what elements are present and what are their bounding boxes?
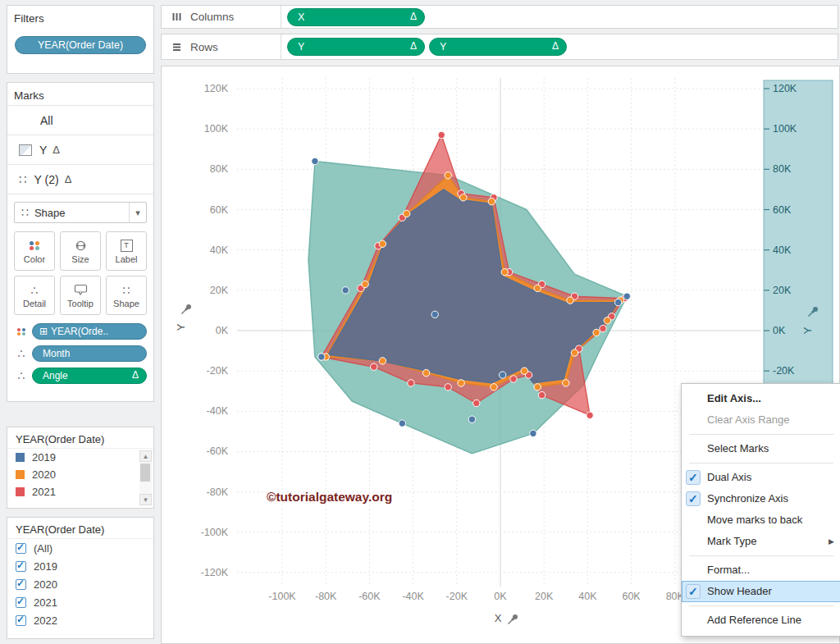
mark-dot[interactable] xyxy=(399,420,405,427)
menu-item-add-reference-line[interactable]: Add Reference Line xyxy=(682,610,840,631)
mark-type-dropdown[interactable]: ∷ Shape ▾ xyxy=(14,202,147,223)
mark-dot[interactable] xyxy=(408,380,414,386)
mark-dot[interactable] xyxy=(538,391,545,398)
mark-dot[interactable] xyxy=(342,287,349,294)
checkbox[interactable]: ✓ xyxy=(16,597,26,608)
mark-dot[interactable] xyxy=(534,384,541,391)
chevron-down-icon[interactable]: ▾ xyxy=(129,203,146,222)
marks-card-y-2[interactable]: ∷Y (2)Δ xyxy=(7,165,153,194)
mark-dot[interactable] xyxy=(460,194,467,201)
mark-dot[interactable] xyxy=(371,363,377,370)
mark-dot[interactable] xyxy=(422,369,429,376)
mark-dot[interactable] xyxy=(362,281,368,287)
tooltip-button[interactable]: Tooltip xyxy=(60,276,101,315)
filters-year-pill[interactable]: YEAR(Order Date) xyxy=(15,36,146,54)
menu-item-select-marks[interactable]: Select Marks xyxy=(682,438,840,459)
y-axis-tick-label: 120K xyxy=(204,83,229,94)
filter-item-2021[interactable]: ✓2021 xyxy=(7,593,153,611)
menu-item-dual-axis[interactable]: ✓Dual Axis xyxy=(682,467,840,488)
x-axis-title[interactable]: X xyxy=(495,612,502,624)
x-axis-pin-icon[interactable] xyxy=(509,614,518,624)
rows-pill-y-0[interactable]: YΔ xyxy=(287,38,425,56)
pill-month[interactable]: Month xyxy=(32,345,147,362)
menu-item-label: Clear Axis Range xyxy=(707,413,789,426)
mark-dot[interactable] xyxy=(379,240,386,247)
mark-dot[interactable] xyxy=(530,430,536,436)
right-axis-title[interactable]: Y xyxy=(801,327,814,334)
mark-dot[interactable] xyxy=(403,210,409,217)
x-axis-tick-label: 20K xyxy=(535,591,554,602)
mark-dot[interactable] xyxy=(312,158,318,164)
scroll-up-button[interactable]: ▲ xyxy=(139,450,152,462)
mark-dot[interactable] xyxy=(614,299,621,305)
marks-card-y[interactable]: YΔ xyxy=(7,135,153,165)
label-button[interactable]: TLabel xyxy=(106,231,147,271)
scroll-track[interactable] xyxy=(139,462,152,494)
y-axis-pin-icon[interactable] xyxy=(182,304,192,314)
pill-year-orde[interactable]: ⊞YEAR(Orde.. xyxy=(32,323,147,340)
mark-dot[interactable] xyxy=(473,400,480,406)
y-axis-title[interactable]: Y xyxy=(175,323,187,331)
mark-dot[interactable] xyxy=(604,317,610,324)
legend-item-2019[interactable]: 2019 xyxy=(7,449,153,466)
mark-dot[interactable] xyxy=(431,311,438,317)
filter-item-2022[interactable]: ✓2022 xyxy=(7,611,153,629)
menu-item-synchronize-axis[interactable]: ✓Synchronize Axis xyxy=(682,488,840,509)
size-button[interactable]: Size xyxy=(60,231,101,271)
mark-dot[interactable] xyxy=(623,293,630,299)
mark-dot[interactable] xyxy=(499,372,505,378)
checkbox[interactable]: ✓ xyxy=(16,615,26,626)
mark-dot[interactable] xyxy=(438,131,445,138)
filter-item-all[interactable]: ✓(All) xyxy=(7,539,153,557)
columns-shelf[interactable]: XΔ xyxy=(281,6,838,28)
columns-pill-x-0[interactable]: XΔ xyxy=(287,8,425,26)
mark-dot[interactable] xyxy=(587,412,593,418)
mark-dot[interactable] xyxy=(458,380,464,386)
mark-dot[interactable] xyxy=(567,297,573,304)
legend-item-2020[interactable]: 2020 xyxy=(7,466,153,483)
checkbox[interactable]: ✓ xyxy=(16,579,26,590)
menu-item-show-header[interactable]: ✓Show Header xyxy=(682,581,840,602)
marks-card-all[interactable]: All xyxy=(7,105,153,135)
mark-dot[interactable] xyxy=(491,384,497,391)
menu-item-format[interactable]: Format... xyxy=(682,560,840,581)
filter-item-2019[interactable]: ✓2019 xyxy=(7,557,153,575)
menu-item-mark-type[interactable]: Mark Type▶ xyxy=(682,531,840,552)
color-button[interactable]: Color xyxy=(14,231,55,271)
mark-dot[interactable] xyxy=(593,329,600,336)
legend-swatch xyxy=(16,453,25,462)
scroll-thumb[interactable] xyxy=(140,464,150,482)
pill-label: Angle xyxy=(33,370,68,381)
menu-item-edit-axis[interactable]: Edit Axis... xyxy=(682,388,840,409)
filter-item-2020[interactable]: ✓2020 xyxy=(7,575,153,593)
mark-dot[interactable] xyxy=(488,198,495,204)
rows-shelf[interactable]: YΔYΔ xyxy=(281,34,838,59)
x-axis-tick-label: -100K xyxy=(268,591,296,602)
mark-dot[interactable] xyxy=(510,376,517,382)
legend-item-2021[interactable]: 2021 xyxy=(7,483,153,500)
mark-dot[interactable] xyxy=(571,349,578,356)
columns-shelf-row: Columns XΔ xyxy=(161,5,838,29)
mark-dot[interactable] xyxy=(468,416,475,422)
scroll-down-button[interactable]: ▼ xyxy=(139,494,152,505)
mark-dot[interactable] xyxy=(521,368,527,374)
mark-dot[interactable] xyxy=(445,172,451,179)
shape-button[interactable]: ∷Shape xyxy=(106,276,147,315)
checkbox[interactable]: ✓ xyxy=(16,543,26,554)
checkbox[interactable]: ✓ xyxy=(16,561,26,572)
mark-dot[interactable] xyxy=(534,285,541,291)
mark-type-label: Shape xyxy=(34,207,129,219)
pill-angle[interactable]: AngleΔ xyxy=(32,368,147,384)
marks-card-label: Y xyxy=(39,144,47,157)
mark-dot[interactable] xyxy=(600,325,606,331)
x-axis-tick-label: 0K xyxy=(494,591,507,602)
mark-dot[interactable] xyxy=(318,354,325,360)
legend-scrollbar[interactable]: ▲ ▼ xyxy=(139,450,152,505)
detail-button[interactable]: ∴Detail xyxy=(14,276,55,315)
mark-dot[interactable] xyxy=(563,380,569,386)
mark-dot[interactable] xyxy=(501,269,508,276)
mark-dot[interactable] xyxy=(379,358,386,364)
rows-pill-y-1[interactable]: YΔ xyxy=(429,38,567,56)
menu-item-move-marks-to-back[interactable]: Move marks to back xyxy=(682,509,840,531)
mark-dot[interactable] xyxy=(445,384,451,391)
